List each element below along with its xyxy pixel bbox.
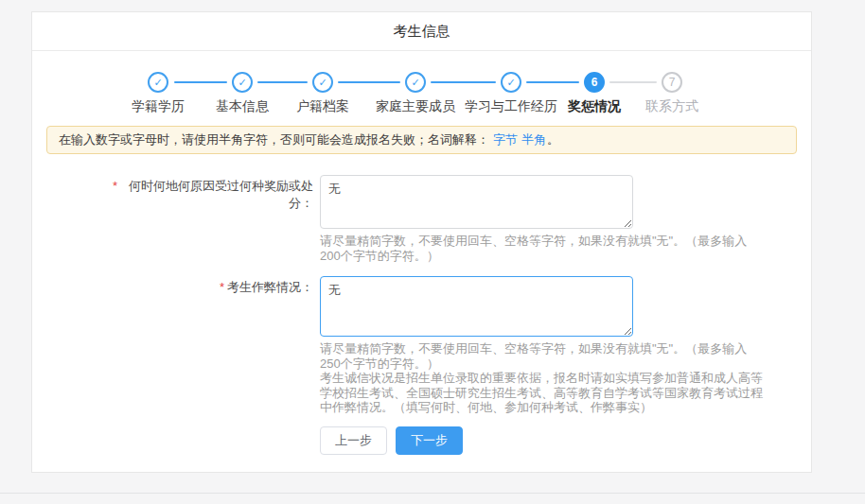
page: 考生信息 ✓ 学籍学历 ✓ 基本信息 ✓ 户籍档案	[0, 0, 865, 504]
check-icon: ✓	[312, 72, 333, 93]
required-asterisk: *	[220, 280, 224, 294]
step-label: 联系方式	[645, 98, 698, 115]
reward-punishment-helper: 请尽量精简字数，不要使用回车、空格等字符，如果没有就填"无"。（最多输入 200…	[320, 234, 797, 263]
step-number: 6	[584, 72, 605, 93]
cheating-record-textarea[interactable]: 无	[320, 276, 633, 337]
next-step-button[interactable]: 下一步	[396, 426, 463, 455]
notice-text: 在输入数字或字母时，请使用半角字符，否则可能会造成报名失败；名词解释：	[59, 131, 489, 148]
required-asterisk: *	[113, 179, 117, 193]
cheating-record-helper: 请尽量精简字数，不要使用回车、空格等字符，如果没有就填"无"。（最多输入 250…	[320, 341, 797, 415]
cheating-record-row: *考生作弊情况： 无 请尽量精简字数，不要使用回车、空格等字符，如果没有就填"无…	[46, 276, 797, 415]
reward-punishment-content: 无 请尽量精简字数，不要使用回车、空格等字符，如果没有就填"无"。（最多输入 2…	[320, 175, 797, 263]
reward-punishment-row: *何时何地何原因受过何种奖励或处分： 无 请尽量精简字数，不要使用回车、空格等字…	[46, 175, 797, 263]
halfwidth-definition-link[interactable]: 半角	[521, 131, 546, 148]
candidate-info-card: 考生信息 ✓ 学籍学历 ✓ 基本信息 ✓ 户籍档案	[31, 11, 812, 473]
card-header: 考生信息	[32, 12, 811, 51]
previous-step-button[interactable]: 上一步	[320, 426, 387, 455]
step-label: 户籍档案	[296, 98, 349, 115]
byte-definition-link[interactable]: 字节	[493, 131, 518, 148]
notice-suffix: 。	[547, 131, 559, 148]
reward-punishment-label: *何时何地何原因受过何种奖励或处分：	[46, 175, 313, 263]
step-label: 基本信息	[216, 98, 269, 115]
step-label: 奖惩情况	[568, 98, 621, 115]
step-label: 家庭主要成员	[376, 98, 455, 115]
step-label: 学籍学历	[132, 98, 185, 115]
page-title: 考生信息	[394, 23, 450, 41]
check-icon: ✓	[232, 72, 253, 93]
cheating-record-content: 无 请尽量精简字数，不要使用回车、空格等字符，如果没有就填"无"。（最多输入 2…	[320, 276, 797, 415]
cheating-record-label: *考生作弊情况：	[46, 276, 313, 415]
reward-punishment-textarea[interactable]: 无	[320, 175, 633, 229]
halfwidth-warning-banner: 在输入数字或字母时，请使用半角字符，否则可能会造成报名失败；名词解释： 字节 半…	[46, 126, 797, 154]
bottom-divider	[0, 493, 865, 494]
step-number: 7	[662, 72, 682, 93]
card-body: ✓ 学籍学历 ✓ 基本信息 ✓ 户籍档案 ✓ 家庭主要成员	[32, 51, 811, 455]
check-icon: ✓	[148, 72, 168, 93]
stepper: ✓ 学籍学历 ✓ 基本信息 ✓ 户籍档案 ✓ 家庭主要成员	[46, 51, 797, 113]
check-icon: ✓	[405, 72, 426, 93]
wizard-buttons: 上一步 下一步	[320, 426, 797, 455]
check-icon: ✓	[501, 72, 521, 93]
step-lianxi-fangshi[interactable]: 7 联系方式	[615, 72, 729, 115]
